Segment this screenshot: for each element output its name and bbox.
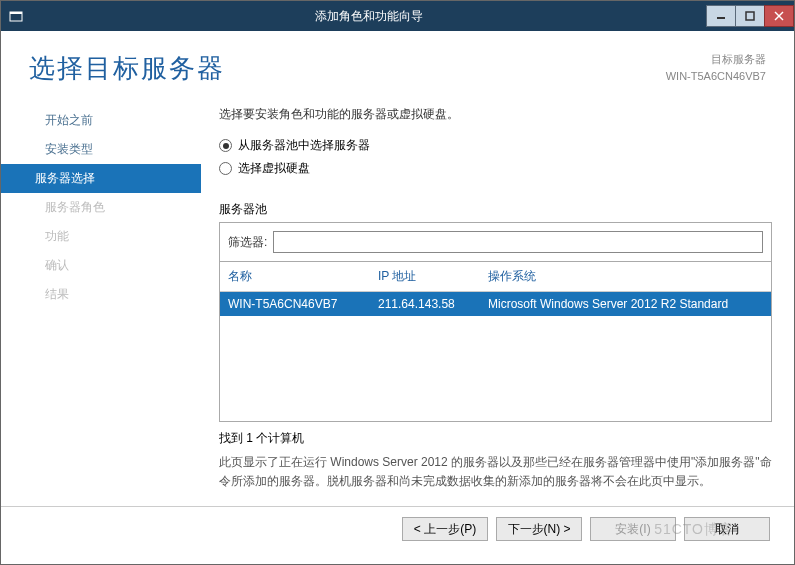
radio-icon	[219, 162, 232, 175]
svg-rect-1	[10, 12, 22, 14]
instruction-text: 选择要安装角色和功能的服务器或虚拟硬盘。	[219, 106, 772, 123]
sidebar-item-features: 功能	[1, 222, 201, 251]
button-bar: < 上一步(P) 下一步(N) > 安装(I) 取消	[1, 506, 794, 551]
minimize-button[interactable]	[706, 5, 736, 27]
filter-box: 筛选器:	[219, 222, 772, 262]
cell-os: Microsoft Windows Server 2012 R2 Standar…	[488, 297, 763, 311]
sidebar-item-results: 结果	[1, 280, 201, 309]
server-table: 名称 IP 地址 操作系统 WIN-T5A6CN46VB7 211.64.143…	[219, 262, 772, 422]
table-row[interactable]: WIN-T5A6CN46VB7 211.64.143.58 Microsoft …	[220, 292, 771, 316]
help-text: 此页显示了正在运行 Windows Server 2012 的服务器以及那些已经…	[219, 453, 772, 491]
cancel-button[interactable]: 取消	[684, 517, 770, 541]
sidebar-item-server-selection[interactable]: 服务器选择	[1, 164, 201, 193]
svg-rect-3	[746, 12, 754, 20]
title-bar: 添加角色和功能向导	[1, 1, 794, 31]
radio-icon	[219, 139, 232, 152]
radio-label: 从服务器池中选择服务器	[238, 137, 370, 154]
sidebar-item-install-type[interactable]: 安装类型	[1, 135, 201, 164]
app-icon	[1, 9, 31, 23]
cell-ip: 211.64.143.58	[378, 297, 488, 311]
column-header-ip[interactable]: IP 地址	[378, 268, 488, 285]
filter-label: 筛选器:	[228, 234, 267, 251]
found-count: 找到 1 个计算机	[219, 430, 772, 447]
close-button[interactable]	[764, 5, 794, 27]
sidebar-item-confirm: 确认	[1, 251, 201, 280]
column-header-os[interactable]: 操作系统	[488, 268, 763, 285]
target-label: 目标服务器	[666, 51, 766, 68]
radio-option-vhd[interactable]: 选择虚拟硬盘	[219, 160, 772, 177]
wizard-sidebar: 开始之前 安装类型 服务器选择 服务器角色 功能 确认 结果	[1, 98, 201, 506]
target-name: WIN-T5A6CN46VB7	[666, 68, 766, 85]
sidebar-item-before-begin[interactable]: 开始之前	[1, 106, 201, 135]
window-title: 添加角色和功能向导	[31, 8, 707, 25]
prev-button[interactable]: < 上一步(P)	[402, 517, 488, 541]
filter-input[interactable]	[273, 231, 763, 253]
radio-label: 选择虚拟硬盘	[238, 160, 310, 177]
cell-name: WIN-T5A6CN46VB7	[228, 297, 378, 311]
page-title: 选择目标服务器	[29, 51, 225, 86]
sidebar-item-server-roles: 服务器角色	[1, 193, 201, 222]
column-header-name[interactable]: 名称	[228, 268, 378, 285]
next-button[interactable]: 下一步(N) >	[496, 517, 582, 541]
main-panel: 选择要安装角色和功能的服务器或虚拟硬盘。 从服务器池中选择服务器 选择虚拟硬盘 …	[201, 98, 794, 506]
target-info: 目标服务器 WIN-T5A6CN46VB7	[666, 51, 766, 86]
install-button: 安装(I)	[590, 517, 676, 541]
server-pool-label: 服务器池	[219, 201, 772, 218]
radio-group: 从服务器池中选择服务器 选择虚拟硬盘	[219, 137, 772, 183]
maximize-button[interactable]	[735, 5, 765, 27]
radio-option-server-pool[interactable]: 从服务器池中选择服务器	[219, 137, 772, 154]
